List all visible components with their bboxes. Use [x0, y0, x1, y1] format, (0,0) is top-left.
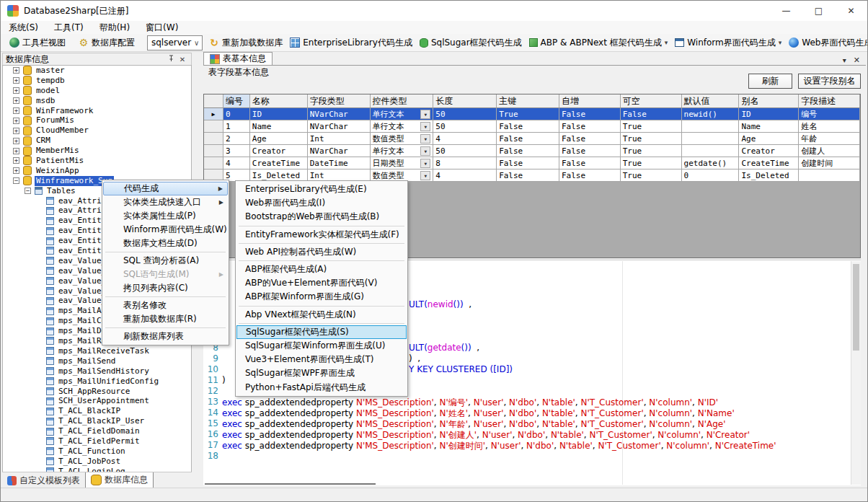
tree-item-database[interactable]: +MemberMis [3, 146, 191, 156]
submenu-item[interactable]: SqlSugar框架WPF界面生成 [236, 366, 407, 380]
tree-item-table[interactable]: T_ACL_JobPost [3, 457, 191, 467]
tree-item-table[interactable]: T_ACL_FieldPermit [3, 436, 191, 446]
set-field-alias-button[interactable]: 设置字段别名 [798, 74, 861, 89]
grid-cell[interactable]: NVarChar [308, 108, 371, 120]
close-button[interactable]: ✕ [835, 1, 867, 21]
toolbar-button-toolbar-view-icon[interactable]: 工具栏视图 [6, 35, 69, 50]
menubar-item[interactable]: 系统(S) [1, 21, 46, 34]
grid-cell[interactable]: 50 [433, 108, 497, 120]
grid-data-row[interactable]: 2AgeInt数值类型▼4FalseFalseTrueAge年龄 [204, 133, 860, 145]
dropdown-caret-icon[interactable]: ▾ [779, 39, 782, 46]
grid-cell[interactable]: Name [250, 120, 308, 133]
toolbar-button-enterpriselibrary-icon[interactable]: EnterpriseLibrary代码生成 [286, 35, 416, 50]
code-vertical-scrollbar[interactable] [851, 261, 861, 485]
grid-cell[interactable]: 8 [433, 157, 497, 169]
maximize-button[interactable]: □ [802, 1, 835, 21]
grid-cell[interactable]: False [497, 157, 559, 169]
grid-cell[interactable]: True [621, 157, 682, 169]
code-line[interactable]: ) , [409, 353, 420, 364]
grid-cell[interactable]: True [497, 108, 559, 120]
pin-icon[interactable] [165, 55, 177, 63]
grid-cell[interactable]: Int [308, 133, 371, 145]
grid-cell[interactable]: True [621, 133, 682, 145]
tree-item-database[interactable]: +WeixinApp [3, 166, 191, 176]
tree-item-database[interactable]: +CRM [3, 136, 191, 146]
sidebar-tab-database-info[interactable]: 数据库信息 [85, 472, 154, 488]
scrollbar-thumb[interactable] [853, 264, 859, 351]
submenu-item[interactable]: ABP框架Winform界面生成(G) [236, 290, 407, 304]
toolbar-button-sqlsugar-icon[interactable]: SqlSugar框架代码生成 [416, 35, 526, 50]
grid-column-header[interactable]: 控件类型 [371, 94, 434, 108]
control-type-dropdown-icon[interactable]: ▼ [420, 159, 430, 168]
code-horizontal-scrollbar[interactable] [205, 483, 376, 485]
grid-cell[interactable]: 编号 [799, 108, 860, 120]
tree-expand-icon[interactable]: − [13, 177, 19, 184]
tree-item-database[interactable]: +tempdb [3, 76, 191, 86]
grid-cell[interactable]: 创建人 [799, 145, 860, 157]
tree-item-table[interactable]: T_ACL_BlackIP [3, 406, 191, 416]
grid-cell[interactable]: newid() [682, 108, 740, 120]
context-menu-item[interactable]: 拷贝列表内容(C) [103, 281, 228, 295]
grid-cell[interactable]: 2 [223, 133, 250, 145]
grid-cell[interactable]: False [497, 133, 559, 145]
tree-expand-icon[interactable]: + [13, 167, 19, 174]
tree-expand-icon[interactable]: + [13, 97, 19, 104]
control-type-dropdown-icon[interactable]: ▼ [420, 134, 430, 144]
tree-expand-icon[interactable]: + [13, 128, 19, 134]
tree-item-database[interactable]: +master [3, 66, 191, 76]
context-menu-item[interactable]: 代码生成▶ [103, 182, 228, 195]
grid-cell[interactable]: 4 [433, 133, 497, 145]
grid-cell[interactable] [799, 169, 860, 182]
context-menu-item[interactable]: Winform界面代码生成(W) [103, 223, 228, 237]
grid-cell[interactable]: True [621, 120, 682, 133]
tree-expand-icon[interactable]: + [13, 67, 19, 74]
grid-cell[interactable]: 日期类型▼ [371, 157, 434, 169]
grid-cell[interactable] [682, 120, 740, 133]
grid-cell[interactable]: 1 [223, 120, 250, 133]
context-menu-item[interactable]: SQL 查询分析器(A) [103, 254, 228, 268]
row-selector-cell[interactable] [204, 145, 223, 157]
toolbar-button-database-config-icon[interactable]: ⚙数据库配置 [75, 35, 138, 50]
document-close-icon[interactable]: ✕ [854, 56, 860, 65]
grid-column-header[interactable]: 别名 [739, 94, 799, 108]
control-type-dropdown-icon[interactable]: ▼ [420, 110, 430, 119]
grid-cell[interactable]: False [559, 120, 621, 133]
combobox-arrow-icon[interactable]: ∨ [191, 39, 202, 47]
context-menu-item[interactable]: 数据库文档生成(D) [103, 237, 228, 250]
menubar-item[interactable]: 工具(T) [46, 21, 92, 34]
grid-cell[interactable]: Name [739, 120, 799, 133]
grid-cell[interactable]: 年龄 [799, 133, 860, 145]
submenu-item[interactable]: ABP的Vue+Element界面代码(V) [236, 276, 407, 290]
submenu-item[interactable]: SqlSugar框架代码生成(S) [236, 325, 407, 339]
grid-data-row[interactable]: ▶0IDNVarChar单行文本▼50TrueFalseFalsenewid()… [204, 108, 860, 120]
toolbar-button-winform-icon[interactable]: Winform界面代码生成▾ [671, 35, 785, 50]
database-type-combobox[interactable]: sqlserver∨ [147, 35, 203, 50]
refresh-button[interactable]: 刷新 [748, 74, 792, 89]
tree-item-table[interactable]: SCH_AppResource [3, 387, 191, 397]
tree-item-database[interactable]: +CloudMember [3, 126, 191, 136]
toolbar-button-reload-database-icon[interactable]: ↻重新加载数据库 [205, 35, 286, 50]
grid-cell[interactable]: False [559, 108, 621, 120]
grid-cell[interactable]: ID [739, 108, 799, 120]
submenu-item[interactable]: ABP框架代码生成(A) [236, 263, 407, 276]
context-menu-item[interactable]: 实体类生成快速入口▶ [103, 195, 228, 209]
control-type-dropdown-icon[interactable]: ▼ [420, 146, 430, 156]
context-menu-item[interactable]: 表别名修改 [103, 299, 228, 312]
submenu-item[interactable]: Vue3+Element界面代码生成(T) [236, 353, 407, 366]
tree-expand-icon[interactable]: + [13, 148, 19, 154]
control-type-dropdown-icon[interactable]: ▼ [420, 171, 430, 180]
grid-cell[interactable]: Creator [250, 145, 308, 157]
code-line[interactable]: ) [222, 375, 226, 385]
tree-item-table[interactable]: SCH_UserAppointment [3, 396, 191, 406]
grid-cell[interactable]: CreateTime [250, 157, 308, 169]
minimize-button[interactable]: — [770, 1, 802, 21]
toolbar-button-abp-icon[interactable]: ABP & ABPNext 框架代码生成▾ [526, 35, 672, 50]
submenu-item[interactable]: Python+FastApi后端代码生成 [236, 380, 407, 394]
grid-cell[interactable]: False [559, 145, 621, 157]
grid-cell[interactable]: 50 [433, 120, 497, 133]
tree-expand-icon[interactable]: + [13, 107, 19, 114]
context-menu-item[interactable]: 实体类属性生成(P) [103, 209, 228, 223]
menubar-item[interactable]: 帮助(H) [92, 21, 138, 34]
grid-cell[interactable] [682, 145, 740, 157]
tree-item-table[interactable]: mps_MailReceiveTask [3, 346, 191, 356]
